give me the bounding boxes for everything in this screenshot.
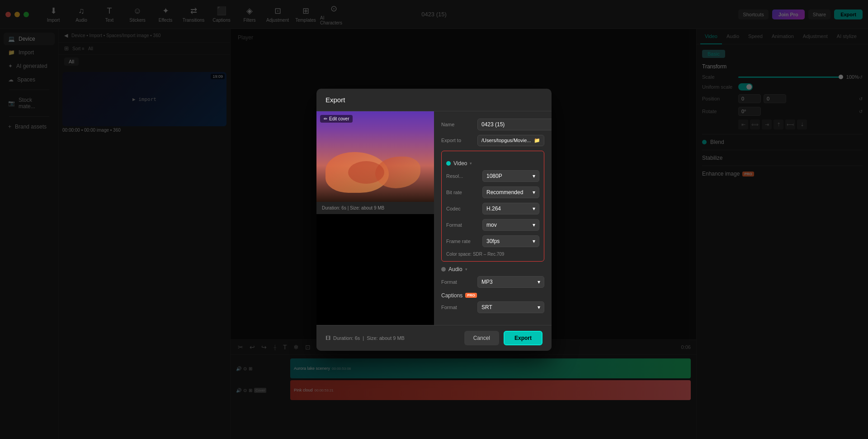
bit-rate-select[interactable]: Recommended ▾ bbox=[482, 186, 539, 198]
footer-info: 🎞 Duration: 6s | Size: about 9 MB bbox=[326, 335, 405, 341]
modal-settings: Name Export to /Users/topgus/Movie... 📁 bbox=[434, 111, 552, 325]
modal-header: Export bbox=[316, 89, 552, 111]
codec-row: Codec H.264 ▾ bbox=[446, 203, 539, 215]
captions-format-select[interactable]: SRT ▾ bbox=[477, 301, 544, 313]
preview-footer: Duration: 6s | Size: about 9 MB bbox=[316, 202, 434, 214]
video-arrow: ▾ bbox=[470, 161, 472, 166]
bit-rate-row: Bit rate Recommended ▾ bbox=[446, 186, 539, 198]
edit-cover-button[interactable]: ✏ Edit cover bbox=[320, 115, 353, 123]
audio-dot bbox=[441, 267, 446, 272]
export-to-row: Export to /Users/topgus/Movie... 📁 bbox=[441, 135, 544, 146]
captions-format-row: Format SRT ▾ bbox=[441, 301, 544, 313]
color-space-label: Color space: SDR – Rec.709 bbox=[446, 252, 539, 257]
film-icon: 🎞 bbox=[326, 335, 330, 341]
frame-rate-chevron: ▾ bbox=[533, 238, 535, 244]
footer-buttons: Cancel Export bbox=[464, 331, 542, 345]
modal-footer: 🎞 Duration: 6s | Size: about 9 MB Cancel… bbox=[316, 325, 552, 351]
modal-body: ✏ Edit cover Duration: 6s | Size: about … bbox=[316, 111, 552, 325]
audio-format-row: Format MP3 ▾ bbox=[441, 276, 544, 288]
preview-image bbox=[316, 111, 434, 202]
video-section: Video ▾ Resol... 1080P ▾ Bit rate bbox=[441, 151, 544, 262]
frame-rate-row: Frame rate 30fps ▾ bbox=[446, 235, 539, 247]
resolution-row: Resol... 1080P ▾ bbox=[446, 170, 539, 182]
export-modal: Export ✏ Edit cover Duration: 6s bbox=[316, 89, 552, 351]
bit-rate-chevron: ▾ bbox=[533, 189, 535, 196]
video-dot bbox=[446, 161, 451, 166]
audio-arrow: ▾ bbox=[465, 267, 467, 272]
codec-select[interactable]: H.264 ▾ bbox=[482, 203, 539, 215]
codec-chevron: ▾ bbox=[533, 205, 535, 212]
audio-format-chevron: ▾ bbox=[538, 279, 540, 285]
captions-pro-badge: PRO bbox=[465, 293, 476, 298]
format-row: Format mov ▾ bbox=[446, 219, 539, 231]
audio-toggle[interactable]: Audio ▾ bbox=[441, 266, 544, 272]
cancel-button[interactable]: Cancel bbox=[464, 331, 499, 345]
format-chevron: ▾ bbox=[533, 222, 535, 228]
export-path[interactable]: /Users/topgus/Movie... 📁 bbox=[477, 135, 544, 146]
modal-preview: ✏ Edit cover Duration: 6s | Size: about … bbox=[316, 111, 434, 325]
captions-format-chevron: ▾ bbox=[538, 304, 540, 310]
resolution-select[interactable]: 1080P ▾ bbox=[482, 170, 539, 182]
folder-icon: 📁 bbox=[534, 138, 540, 143]
video-toggle[interactable]: Video ▾ bbox=[446, 160, 539, 167]
name-input[interactable] bbox=[477, 119, 552, 130]
pencil-icon: ✏ bbox=[324, 116, 327, 121]
frame-rate-select[interactable]: 30fps ▾ bbox=[482, 235, 539, 247]
format-select[interactable]: mov ▾ bbox=[482, 219, 539, 231]
name-row: Name bbox=[441, 119, 544, 130]
modal-overlay: Export ✏ Edit cover Duration: 6s bbox=[0, 0, 868, 439]
captions-row: Captions PRO bbox=[441, 292, 544, 299]
audio-format-select[interactable]: MP3 ▾ bbox=[477, 276, 544, 288]
export-confirm-button[interactable]: Export bbox=[504, 331, 542, 345]
resolution-chevron: ▾ bbox=[533, 173, 535, 179]
